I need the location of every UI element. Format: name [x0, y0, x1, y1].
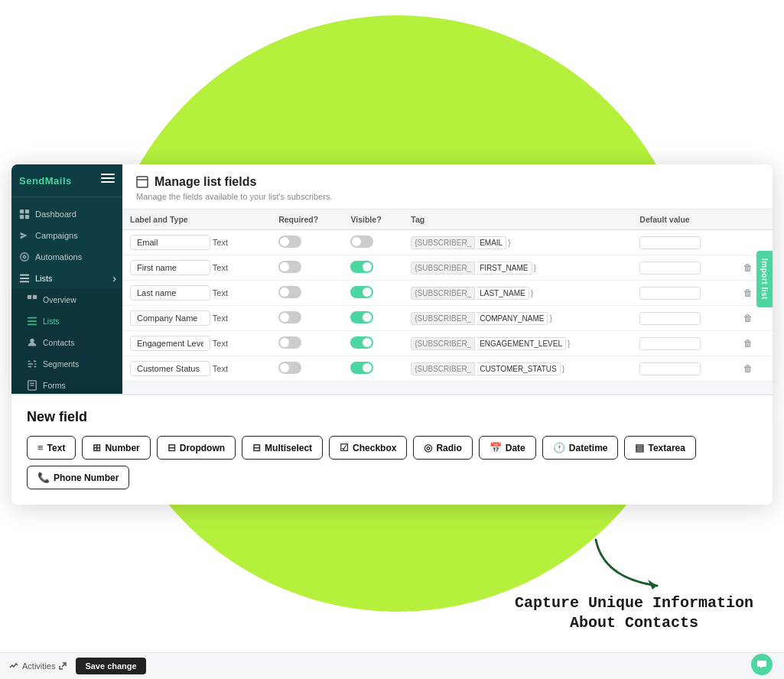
table-row: Text {SUBSCRIBER_ FIRST [122, 255, 773, 281]
svg-rect-13 [28, 324, 37, 326]
field-label-firstname-input[interactable] [130, 260, 210, 275]
toggle-visible-company[interactable] [350, 311, 373, 323]
cell-visible-engagement [343, 331, 403, 356]
sidebar: SendMails Dashboard Campaigns Automation… [11, 164, 122, 394]
tag-value-lastname: LAST_NAME [477, 287, 529, 300]
svg-rect-3 [25, 215, 29, 219]
cell-default-engagement [632, 331, 732, 356]
sidebar-item-dashboard[interactable]: Dashboard [11, 203, 122, 225]
default-input-lastname[interactable] [639, 287, 701, 300]
delete-lastname-button[interactable]: 🗑 [740, 286, 756, 300]
new-field-panel: New field ≡ Text ⊞ Number ⊟ Dropdown ⊟ M… [11, 394, 773, 505]
type-label-phone: Phone Number [54, 473, 119, 483]
default-input-company[interactable] [639, 312, 701, 325]
tag-prefix-customer: {SUBSCRIBER_ [411, 362, 475, 375]
logo-text: SendMails [19, 175, 72, 187]
sidebar-item-campaigns[interactable]: Campaigns [11, 225, 122, 246]
sidebar-item-contacts[interactable]: Contacts [11, 332, 122, 353]
type-label-textarea: Textarea [648, 443, 685, 453]
tag-email: {SUBSCRIBER_ EMAIL } [411, 236, 624, 249]
type-btn-multiselect[interactable]: ⊟ Multiselect [242, 436, 323, 460]
sidebar-item-lists-sub[interactable]: Lists [11, 310, 122, 332]
toggle-required-lastname[interactable] [278, 286, 301, 298]
hamburger-icon[interactable] [101, 174, 115, 187]
cell-label-customer: Text [122, 356, 271, 382]
col-tag: Tag [403, 210, 632, 230]
field-label-lastname-input[interactable] [130, 285, 210, 301]
type-btn-datetime[interactable]: 🕐 Datetime [542, 436, 619, 460]
default-input-email[interactable] [639, 236, 701, 249]
svg-rect-2 [20, 215, 24, 219]
page-subtitle: Manage the fields available to your list… [136, 192, 759, 201]
toggle-visible-engagement[interactable] [350, 336, 373, 349]
type-btn-text[interactable]: ≡ Text [27, 436, 76, 460]
col-required: Required? [271, 210, 343, 230]
fields-table: Label and Type Required? Visible? Tag De… [122, 210, 773, 382]
svg-rect-1 [25, 210, 29, 213]
default-input-engagement[interactable] [639, 337, 701, 350]
table-row: Text {SUBSCRIBER_ CUSTO [122, 356, 773, 382]
type-btn-dropdown[interactable]: ⊟ Dropdown [157, 436, 236, 460]
toggle-required-engagement[interactable] [278, 336, 301, 349]
delete-engagement-button[interactable]: 🗑 [740, 336, 756, 350]
toggle-required-firstname[interactable] [278, 261, 301, 273]
type-btn-radio[interactable]: ◎ Radio [413, 436, 472, 460]
type-btn-checkbox[interactable]: ☑ Checkbox [329, 436, 407, 460]
sidebar-item-overview[interactable]: Overview [11, 289, 122, 310]
toggle-visible-firstname[interactable] [350, 261, 373, 273]
cell-label-email: Text [122, 230, 271, 255]
cell-visible-lastname [343, 281, 403, 306]
delete-company-button[interactable]: 🗑 [740, 311, 756, 325]
sidebar-label-automations: Automations [35, 252, 82, 262]
toggle-visible-lastname[interactable] [350, 286, 373, 298]
save-change-button[interactable]: Save change [76, 658, 145, 674]
dropdown-type-icon: ⊟ [168, 442, 176, 453]
toggle-required-company[interactable] [278, 311, 301, 323]
sidebar-item-forms[interactable]: Forms [11, 375, 122, 394]
toggle-required-customer[interactable] [278, 362, 301, 374]
default-input-firstname[interactable] [639, 262, 701, 275]
svg-rect-7 [20, 278, 29, 279]
table-row: Text {SUBSCRIBER_ LAST_ [122, 281, 773, 306]
delete-customer-button[interactable]: 🗑 [740, 362, 756, 375]
field-label-company-input[interactable] [130, 310, 210, 326]
chat-icon [756, 659, 767, 670]
tag-value-company: COMPANY_NAME [477, 312, 548, 325]
sidebar-logo[interactable]: SendMails [11, 164, 122, 197]
activities-link[interactable]: Activities [9, 661, 67, 671]
type-btn-phone[interactable]: 📞 Phone Number [27, 466, 129, 489]
field-label-email-input[interactable] [130, 235, 210, 250]
cell-default-lastname [632, 281, 732, 306]
toggle-required-email[interactable] [278, 236, 301, 248]
field-types-container: ≡ Text ⊞ Number ⊟ Dropdown ⊟ Multiselect… [27, 436, 757, 489]
cell-visible-company [343, 306, 403, 331]
sidebar-item-lists[interactable]: Lists [11, 268, 122, 289]
sidebar-item-segments[interactable]: Segments [11, 353, 122, 375]
chat-bubble[interactable] [751, 654, 773, 675]
cell-default-email [632, 230, 732, 255]
app-window: SendMails Dashboard Campaigns Automation… [11, 164, 773, 394]
tag-prefix-company: {SUBSCRIBER_ [411, 312, 475, 325]
default-input-customer[interactable] [639, 362, 701, 375]
sidebar-label-dashboard: Dashboard [35, 210, 76, 219]
cell-action-company: 🗑 [733, 306, 773, 331]
cell-tag-company: {SUBSCRIBER_ COMPANY_NAME } [403, 306, 632, 331]
sidebar-item-automations[interactable]: Automations [11, 246, 122, 268]
import-link[interactable]: Import list [756, 251, 773, 307]
col-label-type: Label and Type [122, 210, 271, 230]
type-btn-number[interactable]: ⊞ Number [82, 436, 150, 460]
table-row: Text {SUBSCRIBER_ ENGAG [122, 331, 773, 356]
type-btn-textarea[interactable]: ▤ Textarea [624, 436, 695, 460]
svg-rect-10 [33, 295, 37, 299]
tag-value-email: EMAIL [477, 236, 506, 249]
cell-visible-firstname [343, 255, 403, 281]
svg-rect-9 [28, 295, 31, 299]
toggle-visible-customer[interactable] [350, 362, 373, 374]
cell-required-company [271, 306, 343, 331]
field-label-customer-input[interactable] [130, 361, 210, 376]
field-label-engagement-input[interactable] [130, 336, 210, 351]
toggle-visible-email[interactable] [350, 236, 373, 248]
type-btn-date[interactable]: 📅 Date [479, 436, 536, 460]
delete-firstname-button[interactable]: 🗑 [740, 261, 756, 275]
field-type-customer: Text [213, 364, 228, 373]
